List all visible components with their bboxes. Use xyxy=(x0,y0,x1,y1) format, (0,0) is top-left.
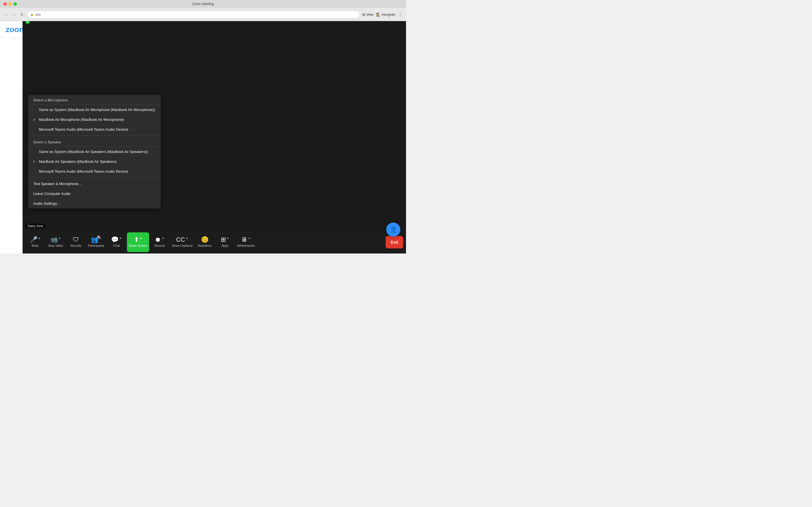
stop-video-button[interactable]: 📹 ▲ Stop Video xyxy=(46,232,65,252)
whiteboards-icon: 🖥 xyxy=(241,237,247,243)
address-bar[interactable]: 🔒 zoo xyxy=(27,11,360,18)
chat-icon: 💬 xyxy=(111,237,119,243)
security-icon: 🛡 xyxy=(73,237,79,243)
divider-1 xyxy=(28,135,161,136)
speaker-option-1[interactable]: MacBook Air Speakers (MacBook Air Speake… xyxy=(28,157,161,166)
apps-arrow[interactable]: ▲ xyxy=(226,236,229,239)
mute-arrow[interactable]: ▲ xyxy=(38,236,41,239)
browser-title: Zoom Meeting xyxy=(192,2,214,6)
mute-label: Mute xyxy=(32,244,39,247)
browser-chrome: Zoom Meeting ← → ↻ 🔒 zoo ⊞ View 🕵 Incogn… xyxy=(0,0,406,21)
reactions-label: Reactions xyxy=(198,244,212,247)
participant-name-tag: Daisy Jona xyxy=(26,224,45,228)
record-arrow[interactable]: ▲ xyxy=(161,236,164,239)
record-button[interactable]: ⏺ ▲ Record xyxy=(150,232,169,252)
end-button[interactable]: End xyxy=(386,236,403,248)
reactions-icon: 😊 xyxy=(201,237,209,243)
view-icon: ⊞ xyxy=(362,13,365,17)
video-arrow[interactable]: ▲ xyxy=(58,236,61,239)
leave-audio-action[interactable]: Leave Computer Audio xyxy=(28,189,161,199)
whiteboards-label: Whiteboards xyxy=(237,244,255,247)
captions-arrow[interactable]: ▲ xyxy=(186,236,188,239)
record-label: Record xyxy=(155,244,165,247)
mic-option-0[interactable]: Same as System (MacBook Air Microphone (… xyxy=(28,105,161,115)
view-button[interactable]: ⊞ View xyxy=(362,13,373,17)
chat-button[interactable]: 💬 ▲ Chat xyxy=(107,232,126,252)
speaker-option-2[interactable]: Microsoft Teams Audio (Microsoft Teams A… xyxy=(28,166,161,176)
stop-video-label: Stop Video xyxy=(48,244,63,247)
speaker-option-0[interactable]: Same as System (MacBook Air Speakers (Ma… xyxy=(28,147,161,157)
share-screen-label: Share Screen xyxy=(129,244,147,247)
incognito-icon: 🕵 xyxy=(376,13,380,17)
chat-label: Chat xyxy=(113,244,119,247)
zoom-meeting-window: Zoom Meeting ⤢ You are connected to comp… xyxy=(22,0,406,253)
mic-option-2[interactable]: Microsoft Teams Audio (Microsoft Teams A… xyxy=(28,124,161,134)
divider-2 xyxy=(28,177,161,178)
more-options-button[interactable]: ⋮ xyxy=(398,12,403,17)
microphone-dropdown: Select a Microphone Same as System (MacB… xyxy=(28,95,161,209)
maximize-button[interactable] xyxy=(13,2,17,6)
forward-button[interactable]: → xyxy=(11,12,17,17)
browser-title-bar: Zoom Meeting xyxy=(0,0,406,8)
reactions-button[interactable]: 😊 Reactions xyxy=(195,232,214,252)
traffic-lights xyxy=(3,2,17,6)
share-screen-button[interactable]: ⬆ ▲ Share Screen xyxy=(127,232,149,252)
audio-settings-action[interactable]: Audio Settings... xyxy=(28,199,161,209)
meeting-toolbar: 🎤 ▲ Mute 📹 ▲ Stop Video 🛡 Security 👥 1 xyxy=(22,231,406,253)
mic-section-header: Select a Microphone xyxy=(28,95,161,105)
browser-right-controls: ⊞ View 🕵 Incognito ⋮ xyxy=(362,12,403,17)
whiteboards-button[interactable]: 🖥 ▲ Whiteboards xyxy=(236,232,256,252)
apps-icon: ⊞ xyxy=(221,237,226,243)
participants-count: 1 xyxy=(97,235,100,238)
apps-label: Apps xyxy=(221,244,229,247)
browser-toolbar: ← → ↻ 🔒 zoo ⊞ View 🕵 Incognito ⋮ xyxy=(0,8,406,21)
test-speaker-action[interactable]: Test Speaker & Microphone... xyxy=(28,179,161,189)
minimize-button[interactable] xyxy=(8,2,12,6)
support-chat-icon: 👤 xyxy=(390,226,397,233)
address-text: zoo xyxy=(35,13,41,17)
chat-arrow[interactable]: ▲ xyxy=(119,236,122,239)
close-button[interactable] xyxy=(3,2,7,6)
record-icon: ⏺ xyxy=(155,237,161,243)
speaker-section-header: Select a Speaker xyxy=(28,137,161,147)
whiteboards-arrow[interactable]: ▲ xyxy=(248,236,251,239)
participants-button[interactable]: 👥 1 ▲ Participants xyxy=(86,232,106,252)
captions-icon: CC xyxy=(176,237,185,243)
mic-icon: 🎤 xyxy=(30,237,38,243)
apps-button[interactable]: ⊞ ▲ Apps xyxy=(215,232,235,252)
video-area: ✓ Daisy Jona Select a Microphone Same as… xyxy=(22,17,406,231)
mic-option-1[interactable]: MacBook Air Microphone (MacBook Air Micr… xyxy=(28,115,161,124)
support-chat-button[interactable]: 👤 xyxy=(386,223,400,237)
share-screen-icon: ⬆ xyxy=(134,237,139,243)
incognito-button[interactable]: 🕵 Incognito xyxy=(376,13,395,17)
lock-icon: 🔒 xyxy=(30,13,34,16)
security-label: Security xyxy=(70,244,82,247)
share-screen-arrow[interactable]: ▲ xyxy=(140,236,142,239)
show-captions-button[interactable]: CC ▲ Show Captions xyxy=(170,232,194,252)
mute-button[interactable]: 🎤 ▲ Mute xyxy=(26,232,45,252)
video-icon: 📹 xyxy=(50,237,58,243)
participants-label: Participants xyxy=(88,244,104,247)
show-captions-label: Show Captions xyxy=(172,244,193,247)
reload-button[interactable]: ↻ xyxy=(19,12,25,17)
back-button[interactable]: ← xyxy=(3,12,9,17)
security-button[interactable]: 🛡 Security xyxy=(66,232,86,252)
